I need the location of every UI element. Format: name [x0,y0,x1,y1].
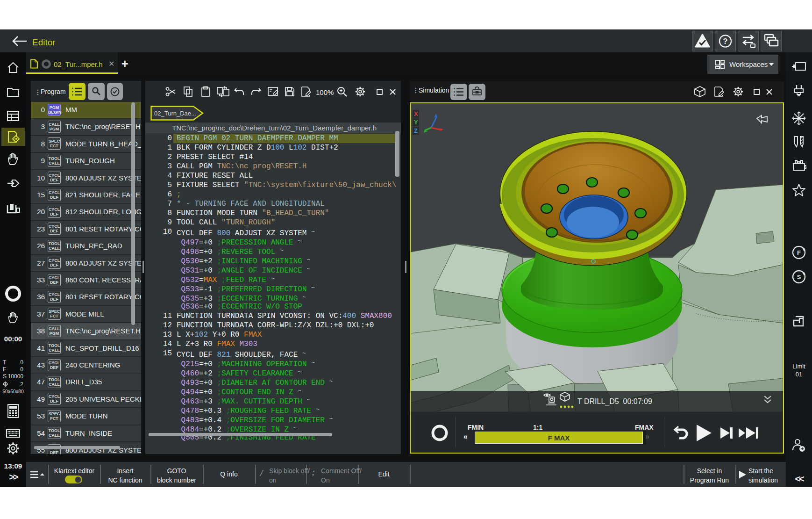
svg-text:02_Turn_Dae...: 02_Turn_Dae... [154,110,196,117]
svg-text:X: X [414,110,418,117]
svg-text:T DRILL_D5 00:07:09: T DRILL_D5 00:07:09 [577,397,652,406]
svg-text:Z: Z [414,127,418,134]
svg-text:F: F [797,249,801,256]
svg-text:Y: Y [414,119,418,126]
svg-text:?: ? [723,37,728,45]
svg-text:S: S [797,274,801,281]
